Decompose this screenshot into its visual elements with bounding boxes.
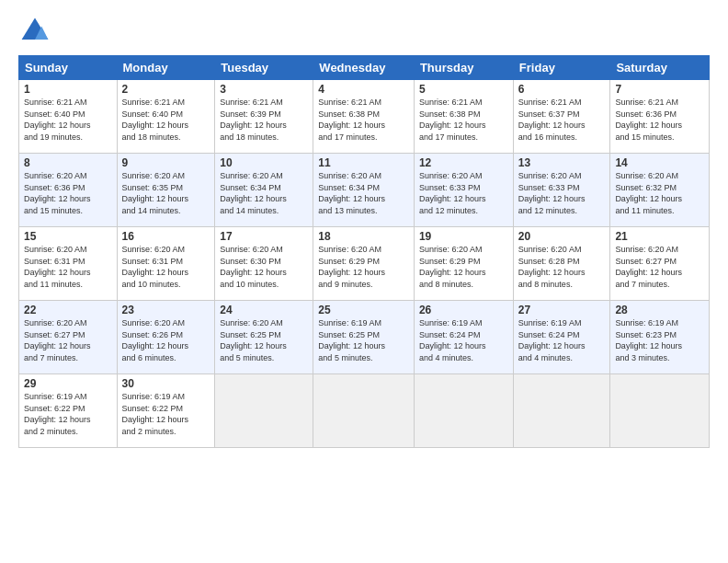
calendar-day-15: 15Sunrise: 6:20 AM Sunset: 6:31 PM Dayli… [19,227,118,301]
day-info: Sunrise: 6:19 AM Sunset: 6:24 PM Dayligh… [518,317,606,363]
day-number: 22 [24,304,112,316]
weekday-header-friday: Friday [513,56,610,80]
day-number: 21 [615,230,704,243]
page: SundayMondayTuesdayWednesdayThursdayFrid… [0,0,728,563]
calendar-day-9: 9Sunrise: 6:20 AM Sunset: 6:35 PM Daylig… [117,154,215,227]
day-info: Sunrise: 6:21 AM Sunset: 6:40 PM Dayligh… [24,97,112,143]
day-info: Sunrise: 6:20 AM Sunset: 6:33 PM Dayligh… [518,170,606,216]
day-number: 20 [518,230,606,243]
calendar-day-25: 25Sunrise: 6:19 AM Sunset: 6:25 PM Dayli… [313,301,415,374]
day-info: Sunrise: 6:20 AM Sunset: 6:32 PM Dayligh… [615,170,704,216]
day-number: 7 [615,83,704,96]
empty-cell [414,374,513,448]
day-number: 12 [419,156,508,169]
calendar-day-8: 8Sunrise: 6:20 AM Sunset: 6:36 PM Daylig… [19,154,118,227]
day-number: 5 [419,83,508,96]
day-number: 17 [220,230,308,243]
day-info: Sunrise: 6:20 AM Sunset: 6:36 PM Dayligh… [24,170,112,216]
calendar-day-10: 10Sunrise: 6:20 AM Sunset: 6:34 PM Dayli… [215,154,313,227]
weekday-header-monday: Monday [117,56,215,80]
calendar-day-17: 17Sunrise: 6:20 AM Sunset: 6:30 PM Dayli… [215,227,313,301]
day-number: 24 [220,304,308,316]
empty-cell [610,374,710,448]
day-info: Sunrise: 6:20 AM Sunset: 6:34 PM Dayligh… [318,170,409,216]
calendar-week-3: 15Sunrise: 6:20 AM Sunset: 6:31 PM Dayli… [19,227,710,301]
weekday-header-wednesday: Wednesday [313,56,415,80]
calendar-day-24: 24Sunrise: 6:20 AM Sunset: 6:25 PM Dayli… [215,301,313,374]
calendar-week-4: 22Sunrise: 6:20 AM Sunset: 6:27 PM Dayli… [19,301,710,374]
calendar-day-28: 28Sunrise: 6:19 AM Sunset: 6:23 PM Dayli… [610,301,710,374]
calendar-day-11: 11Sunrise: 6:20 AM Sunset: 6:34 PM Dayli… [313,154,415,227]
calendar-day-23: 23Sunrise: 6:20 AM Sunset: 6:26 PM Dayli… [117,301,215,374]
day-number: 15 [24,230,112,243]
calendar-day-5: 5Sunrise: 6:21 AM Sunset: 6:38 PM Daylig… [414,80,513,154]
day-number: 13 [518,156,606,169]
calendar-day-26: 26Sunrise: 6:19 AM Sunset: 6:24 PM Dayli… [414,301,513,374]
day-number: 2 [122,83,210,96]
weekday-header-thursday: Thursday [414,56,513,80]
day-info: Sunrise: 6:21 AM Sunset: 6:38 PM Dayligh… [419,97,508,143]
calendar-day-19: 19Sunrise: 6:20 AM Sunset: 6:29 PM Dayli… [414,227,513,301]
day-number: 27 [518,304,606,316]
day-info: Sunrise: 6:20 AM Sunset: 6:35 PM Dayligh… [122,170,210,216]
day-info: Sunrise: 6:20 AM Sunset: 6:30 PM Dayligh… [220,244,308,290]
day-info: Sunrise: 6:21 AM Sunset: 6:36 PM Dayligh… [615,97,704,143]
day-number: 18 [318,230,409,243]
day-number: 9 [122,156,210,169]
day-info: Sunrise: 6:20 AM Sunset: 6:33 PM Dayligh… [419,170,508,216]
day-info: Sunrise: 6:20 AM Sunset: 6:29 PM Dayligh… [318,244,409,290]
day-number: 28 [615,304,704,316]
day-info: Sunrise: 6:21 AM Sunset: 6:39 PM Dayligh… [220,97,308,143]
day-number: 1 [24,83,112,96]
day-info: Sunrise: 6:20 AM Sunset: 6:29 PM Dayligh… [419,244,508,290]
logo [18,15,55,48]
weekday-header-row: SundayMondayTuesdayWednesdayThursdayFrid… [19,56,710,80]
calendar-day-3: 3Sunrise: 6:21 AM Sunset: 6:39 PM Daylig… [215,80,313,154]
day-number: 26 [419,304,508,316]
day-number: 10 [220,156,308,169]
day-number: 19 [419,230,508,243]
day-number: 4 [318,83,409,96]
day-info: Sunrise: 6:20 AM Sunset: 6:25 PM Dayligh… [220,317,308,363]
day-number: 14 [615,156,704,169]
calendar-day-29: 29Sunrise: 6:19 AM Sunset: 6:22 PM Dayli… [19,374,118,448]
empty-cell [513,374,610,448]
day-info: Sunrise: 6:19 AM Sunset: 6:22 PM Dayligh… [24,391,112,437]
day-info: Sunrise: 6:19 AM Sunset: 6:24 PM Dayligh… [419,317,508,363]
calendar-day-20: 20Sunrise: 6:20 AM Sunset: 6:28 PM Dayli… [513,227,610,301]
day-number: 3 [220,83,308,96]
calendar-day-16: 16Sunrise: 6:20 AM Sunset: 6:31 PM Dayli… [117,227,215,301]
calendar-day-2: 2Sunrise: 6:21 AM Sunset: 6:40 PM Daylig… [117,80,215,154]
day-number: 16 [122,230,210,243]
calendar-day-22: 22Sunrise: 6:20 AM Sunset: 6:27 PM Dayli… [19,301,118,374]
day-info: Sunrise: 6:20 AM Sunset: 6:26 PM Dayligh… [122,317,210,363]
calendar-day-4: 4Sunrise: 6:21 AM Sunset: 6:38 PM Daylig… [313,80,415,154]
day-info: Sunrise: 6:21 AM Sunset: 6:37 PM Dayligh… [518,97,606,143]
day-info: Sunrise: 6:20 AM Sunset: 6:31 PM Dayligh… [122,244,210,290]
calendar-week-2: 8Sunrise: 6:20 AM Sunset: 6:36 PM Daylig… [19,154,710,227]
empty-cell [215,374,313,448]
weekday-header-saturday: Saturday [610,56,710,80]
day-number: 11 [318,156,409,169]
empty-cell [313,374,415,448]
day-info: Sunrise: 6:20 AM Sunset: 6:31 PM Dayligh… [24,244,112,290]
day-number: 30 [122,377,210,390]
calendar-day-14: 14Sunrise: 6:20 AM Sunset: 6:32 PM Dayli… [610,154,710,227]
calendar-day-27: 27Sunrise: 6:19 AM Sunset: 6:24 PM Dayli… [513,301,610,374]
calendar-day-13: 13Sunrise: 6:20 AM Sunset: 6:33 PM Dayli… [513,154,610,227]
day-number: 23 [122,304,210,316]
day-info: Sunrise: 6:20 AM Sunset: 6:27 PM Dayligh… [615,244,704,290]
header [18,15,710,48]
day-info: Sunrise: 6:19 AM Sunset: 6:22 PM Dayligh… [122,391,210,437]
day-number: 29 [24,377,112,390]
day-info: Sunrise: 6:19 AM Sunset: 6:23 PM Dayligh… [615,317,704,363]
day-info: Sunrise: 6:20 AM Sunset: 6:28 PM Dayligh… [518,244,606,290]
day-info: Sunrise: 6:20 AM Sunset: 6:27 PM Dayligh… [24,317,112,363]
calendar-day-18: 18Sunrise: 6:20 AM Sunset: 6:29 PM Dayli… [313,227,415,301]
day-number: 25 [318,304,409,316]
calendar-week-5: 29Sunrise: 6:19 AM Sunset: 6:22 PM Dayli… [19,374,710,448]
calendar-day-1: 1Sunrise: 6:21 AM Sunset: 6:40 PM Daylig… [19,80,118,154]
day-info: Sunrise: 6:20 AM Sunset: 6:34 PM Dayligh… [220,170,308,216]
day-number: 8 [24,156,112,169]
calendar-day-6: 6Sunrise: 6:21 AM Sunset: 6:37 PM Daylig… [513,80,610,154]
